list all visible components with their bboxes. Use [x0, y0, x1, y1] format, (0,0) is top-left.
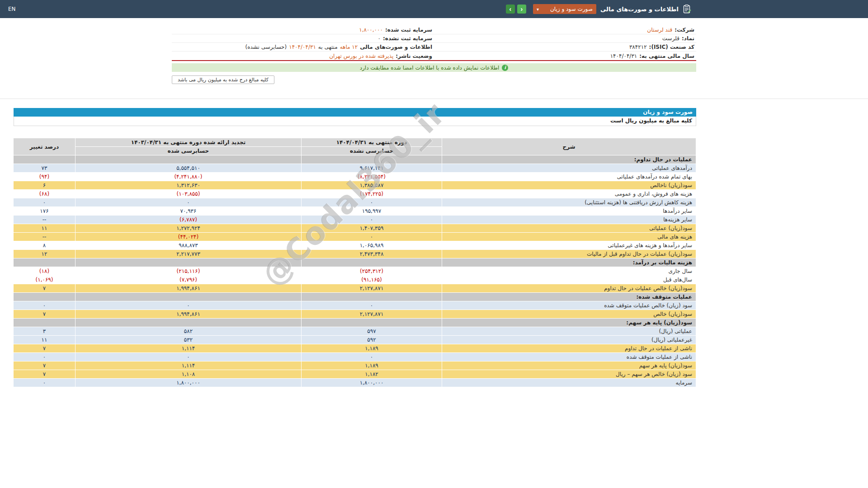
table-row: سود(زیان) ناخالص۱,۳۸۵,۵۸۷۱,۳۱۲,۶۳۰۶ [14, 181, 696, 190]
signed-info-text: اطلاعات نمایش داده شده با اطلاعات امضا ش… [360, 65, 500, 71]
row-prior-value: ۰ [75, 198, 302, 207]
row-current-value: ۰ [302, 233, 442, 241]
row-current-value [302, 293, 442, 301]
row-change-value: ۱۷۶ [14, 207, 75, 216]
row-current-value: (۱۷۴,۲۲۵) [302, 190, 442, 198]
row-prior-value [75, 258, 302, 267]
row-change-value: (۶۸) [14, 190, 75, 198]
row-desc: غیرعملیاتی (ریال) [442, 336, 696, 344]
info-field: نماد:قلرست [434, 34, 696, 43]
row-prior-value [75, 155, 302, 164]
row-change-value: ۳ [14, 327, 75, 336]
table-row: سود (زیان) خالص هر سهم – ریال۱,۱۸۲۱,۱۰۸۷ [14, 370, 696, 379]
row-prior-value: (۲۱۵,۱۱۶) [75, 267, 302, 276]
row-prior-value: ۱,۱۱۴ [75, 361, 302, 370]
row-change-value: ۷ [14, 310, 75, 319]
info-label: کد صنعت (ISIC): [649, 44, 694, 50]
row-current-value: ۲,۴۷۳,۳۴۸ [302, 250, 442, 258]
info-value: (حسابرسی نشده) [245, 44, 287, 50]
row-desc: سایر درآمدها و هزینه های غیرعملیاتی [442, 241, 696, 250]
info-value: ۱۲ ماهه [340, 44, 358, 50]
statement-units-note: کلیه مبالغ به میلیون ریال است [14, 117, 696, 126]
info-value: منتهی به [318, 44, 338, 50]
row-prior-value [75, 319, 302, 327]
table-row: غیرعملیاتی (ریال)۵۹۲۵۳۲۱۱ [14, 336, 696, 344]
table-row: سود(زیان) پایه هر سهم۱,۱۸۹۱,۱۱۴۷ [14, 361, 696, 370]
row-prior-value: ۱,۱۱۴ [75, 344, 302, 353]
row-prior-value: ۹۸۸,۸۷۳ [75, 241, 302, 250]
row-desc: سود (زیان) خالص هر سهم – ریال [442, 370, 696, 379]
row-desc: سود(زیان) ناخالص [442, 181, 696, 190]
topbar: اطلاعات و صورت‌های مالی صورت سود و زیان … [0, 0, 868, 18]
info-field: وضعیت ناشر:پذیرفته شده در بورس تهران [172, 52, 434, 60]
row-change-value: ۷ [14, 284, 75, 293]
row-current-value: ۰ [302, 198, 442, 207]
row-change-value: ۰ [14, 379, 75, 387]
prev-report-button[interactable]: ‹ [506, 5, 515, 14]
table-row: سود(زیان) عملیاتی۱,۴۰۷,۳۵۹۱,۲۷۲,۹۲۴۱۱ [14, 224, 696, 233]
row-desc: عملیاتی (ریال) [442, 327, 696, 336]
table-row: هزینه های مالی۰(۴۴,۰۲۴)-- [14, 233, 696, 241]
info-field: اطلاعات و صورت‌های مالی۱۲ ماههمنتهی به۱۴… [172, 43, 434, 52]
report-select[interactable]: صورت سود و زیان ▾ [533, 4, 596, 14]
row-change-value [14, 319, 75, 327]
row-current-value: ۲,۱۲۷,۸۷۱ [302, 310, 442, 319]
row-current-value: (۲۵۴,۳۱۲) [302, 267, 442, 276]
row-prior-value: ۲,۲۱۷,۷۷۳ [75, 250, 302, 258]
row-change-value [14, 258, 75, 267]
info-value: ۱۴۰۴/۰۴/۳۱ [289, 44, 316, 50]
row-change-value: ۱۲ [14, 250, 75, 258]
row-current-value: ۱۹۵,۹۹۷ [302, 207, 442, 216]
row-desc: هزینه کاهش ارزش دریافتنی ها (هزینه استثن… [442, 198, 696, 207]
header-current-audit: حسابرسی نشده [302, 147, 442, 155]
table-header-row-1: شرح دوره منتهی به ۱۴۰۴/۰۴/۳۱ تجدید ارائه… [14, 138, 696, 147]
row-prior-value: ۱,۳۱۲,۶۳۰ [75, 181, 302, 190]
row-current-value: ۱,۴۰۷,۳۵۹ [302, 224, 442, 233]
row-change-value: ۰ [14, 198, 75, 207]
row-change-value: ۶ [14, 181, 75, 190]
row-desc: سود(زیان) خالص عملیات در حال تداوم [442, 284, 696, 293]
page-title: اطلاعات و صورت‌های مالی [600, 6, 679, 13]
row-desc: سود(زیان) خالص [442, 310, 696, 319]
info-value: قند لرستان [647, 27, 672, 33]
row-desc: هزینه مالیات بر درآمد: [442, 258, 696, 267]
row-prior-value: (۱۰۳,۸۵۵) [75, 190, 302, 198]
table-row: سود (زیان) خالص عملیات متوقف شده۰۰۰ [14, 301, 696, 310]
row-change-value: (۱,۰۶۹) [14, 276, 75, 284]
row-prior-value: ۱,۹۹۴,۸۶۱ [75, 310, 302, 319]
row-desc: درآمدهای عملیاتی [442, 164, 696, 173]
table-row: سایر درآمدها و هزینه های غیرعملیاتی۱,۰۶۵… [14, 241, 696, 250]
row-prior-value: ۰ [75, 301, 302, 310]
language-toggle[interactable]: EN [8, 6, 16, 12]
info-label: نماد: [682, 35, 694, 42]
table-row: سود(زیان) خالص۲,۱۲۷,۸۷۱۱,۹۹۴,۸۶۱۷ [14, 310, 696, 319]
table-row: سایر درآمدها۱۹۵,۹۹۷۷۰,۹۳۶۱۷۶ [14, 207, 696, 216]
row-change-value: ۱۱ [14, 224, 75, 233]
info-value: قلرست [662, 35, 679, 42]
table-row: هزینه کاهش ارزش دریافتنی ها (هزینه استثن… [14, 198, 696, 207]
row-current-value: ۵۹۲ [302, 336, 442, 344]
row-desc: عملیات در حال تداوم: [442, 155, 696, 164]
info-icon: i [502, 65, 508, 71]
company-info-grid: شرکت:قند لرستانسرمایه ثبت شده:۱,۸۰۰,۰۰۰ن… [172, 26, 696, 60]
statement-table-body: عملیات در حال تداوم:درآمدهای عملیاتی۹,۶۱… [14, 155, 696, 387]
row-prior-value: ۷۰,۹۳۶ [75, 207, 302, 216]
next-report-button[interactable]: › [517, 5, 526, 14]
row-change-value: ۰ [14, 301, 75, 310]
info-value: ۰ [378, 35, 381, 42]
row-prior-value: ۱,۹۹۴,۸۶۱ [75, 284, 302, 293]
row-desc: هزینه های فروش، اداری و عمومی [442, 190, 696, 198]
row-desc: هزینه های مالی [442, 233, 696, 241]
section-row: هزینه مالیات بر درآمد: [14, 258, 696, 267]
row-prior-value [75, 293, 302, 301]
row-prior-value: ۰ [75, 353, 302, 361]
units-note-tab: کلیه مبالغ درج شده به میلیون ریال می باش… [172, 75, 274, 84]
row-change-value: ۸ [14, 241, 75, 250]
row-change-value: ۷ [14, 370, 75, 379]
header-prior-period: تجدید ارائه شده دوره منتهی به ۱۴۰۳/۰۴/۳۱ [75, 138, 302, 147]
row-current-value: ۱,۱۸۲ [302, 370, 442, 379]
row-current-value: ۱,۱۸۹ [302, 361, 442, 370]
row-current-value: ۱,۳۸۵,۵۸۷ [302, 181, 442, 190]
row-desc: سود(زیان) پایه هر سهم: [442, 319, 696, 327]
header-current-period: دوره منتهی به ۱۴۰۴/۰۴/۳۱ [302, 138, 442, 147]
